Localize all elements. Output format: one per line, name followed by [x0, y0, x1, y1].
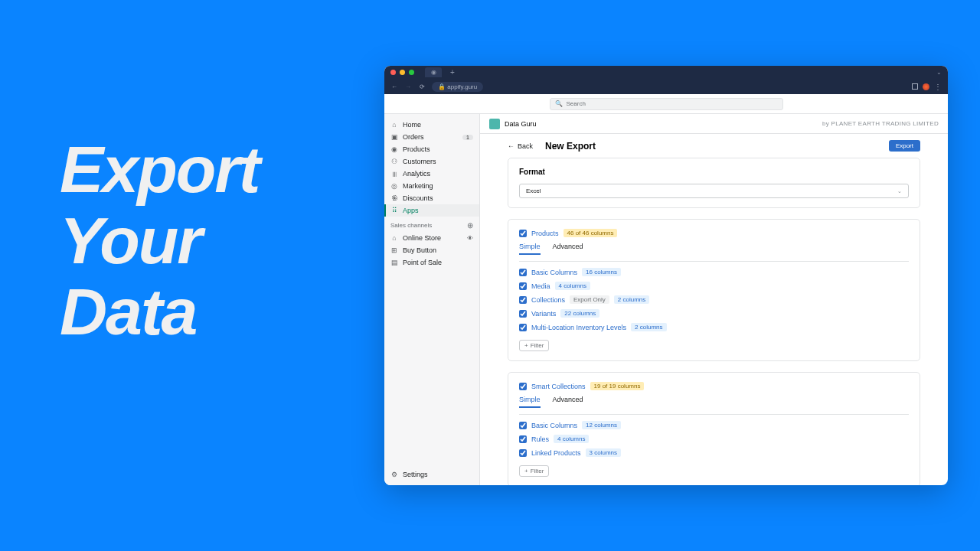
profile-avatar[interactable] — [923, 83, 929, 90]
admin-sidebar: ⌂Home▣Orders1◉Products⚇Customers⫼Analyti… — [384, 114, 480, 485]
window-zoom-icon[interactable] — [409, 70, 414, 75]
sidebar-item-label: Home — [403, 121, 421, 129]
new-tab-button[interactable]: + — [450, 68, 455, 77]
extensions-icon[interactable] — [912, 83, 918, 90]
url-field[interactable]: 🔒 appify.guru — [432, 82, 483, 92]
column-group-row: Variants 22 columns — [519, 309, 909, 318]
settings-link[interactable]: ⚙Settings — [384, 468, 479, 481]
sidebar-item-customers[interactable]: ⚇Customers — [384, 155, 479, 168]
browser-window: ◉ + ⌄ ← → ⟳ 🔒 appify.guru ⋮ 🔍 Search ⌂Ho… — [384, 66, 948, 485]
column-group-name[interactable]: Collections — [531, 296, 565, 304]
app-name: Data Guru — [505, 120, 537, 128]
column-checkbox[interactable] — [519, 422, 527, 429]
column-badge: 22 columns — [560, 309, 599, 318]
add-channel-button[interactable]: ⊕ — [467, 221, 473, 230]
tab-simple[interactable]: Simple — [519, 243, 541, 255]
sidebar-item-analytics[interactable]: ⫼Analytics — [384, 168, 479, 180]
column-count-badge: 19 of 19 columns — [590, 382, 645, 390]
divider — [519, 261, 909, 262]
gear-icon: ⚙ — [390, 471, 398, 478]
customers-icon: ⚇ — [390, 158, 398, 165]
column-badge: 2 columns — [614, 295, 649, 304]
sidebar-item-label: Customers — [403, 158, 436, 165]
column-group-row: Collections Export Only 2 columns — [519, 295, 909, 304]
sidebar-item-discounts[interactable]: ֎Discounts — [384, 192, 479, 204]
sidebar-item-home[interactable]: ⌂Home — [384, 119, 479, 131]
tab-overflow-icon[interactable]: ⌄ — [936, 69, 942, 76]
browser-url-bar: ← → ⟳ 🔒 appify.guru ⋮ — [384, 79, 948, 94]
sidebar-item-orders[interactable]: ▣Orders1 — [384, 131, 479, 143]
home-icon: ⌂ — [390, 121, 398, 129]
tab-advanced[interactable]: Advanced — [553, 396, 583, 408]
column-checkbox[interactable] — [519, 269, 527, 276]
column-checkbox[interactable] — [519, 324, 527, 331]
format-select[interactable]: Excel ⌄ — [519, 184, 909, 198]
column-group-row: Multi-Location Inventory Levels 2 column… — [519, 323, 909, 331]
column-group-name[interactable]: Basic Columns — [531, 269, 577, 276]
window-minimize-icon[interactable] — [400, 70, 405, 75]
window-close-icon[interactable] — [390, 70, 396, 75]
column-badge: 3 columns — [586, 448, 621, 457]
column-badge: Export Only — [570, 295, 609, 304]
chevron-down-icon: ⌄ — [897, 188, 902, 194]
search-input[interactable]: 🔍 Search — [550, 98, 783, 110]
add-filter-button[interactable]: + Filter — [519, 340, 549, 351]
column-checkbox[interactable] — [519, 449, 527, 457]
column-group-name[interactable]: Variants — [531, 310, 556, 318]
format-value: Excel — [526, 187, 541, 194]
browser-menu-icon[interactable]: ⋮ — [934, 83, 942, 91]
channel-online-store[interactable]: ⌂Online Store👁 — [384, 232, 479, 244]
sidebar-item-label: Discounts — [403, 194, 433, 202]
section-title[interactable]: Smart Collections — [531, 383, 586, 390]
nav-back-icon[interactable]: ← — [390, 83, 398, 90]
sidebar-item-label: Apps — [403, 207, 419, 214]
column-group-name[interactable]: Rules — [531, 435, 549, 443]
add-filter-button[interactable]: + Filter — [519, 465, 549, 477]
channel-buy-button[interactable]: ⊞Buy Button — [384, 244, 479, 256]
channel-point-of-sale[interactable]: ▤Point of Sale — [384, 256, 479, 269]
column-badge: 12 columns — [582, 421, 621, 429]
export-button[interactable]: Export — [889, 140, 920, 152]
nav-forward-icon[interactable]: → — [404, 83, 412, 90]
back-button[interactable]: ← Back — [508, 142, 533, 150]
column-checkbox[interactable] — [519, 296, 527, 304]
sidebar-item-marketing[interactable]: ◎Marketing — [384, 180, 479, 192]
plus-icon: + — [524, 342, 528, 349]
section-header-row: Smart Collections 19 of 19 columns — [519, 382, 909, 390]
channel-label: Point of Sale — [403, 259, 442, 266]
sidebar-item-label: Orders — [403, 133, 424, 141]
view-icon[interactable]: 👁 — [467, 235, 473, 242]
divider — [519, 414, 909, 415]
column-group-name[interactable]: Linked Products — [531, 449, 581, 457]
column-group-name[interactable]: Multi-Location Inventory Levels — [531, 324, 626, 331]
channel-icon: ⊞ — [390, 246, 398, 254]
tab-advanced[interactable]: Advanced — [553, 243, 583, 255]
content-scroll[interactable]: Format Excel ⌄ Products 46 of 46 columns… — [480, 158, 948, 485]
section-checkbox[interactable] — [519, 230, 527, 237]
section-checkbox[interactable] — [519, 383, 527, 390]
discounts-icon: ֎ — [390, 194, 398, 202]
sidebar-item-products[interactable]: ◉Products — [384, 143, 479, 155]
orders-icon: ▣ — [390, 133, 398, 141]
section-tabs: SimpleAdvanced — [519, 243, 909, 255]
app-icon — [489, 119, 500, 129]
admin-top-bar: 🔍 Search — [384, 94, 948, 114]
back-label: Back — [518, 142, 533, 150]
column-checkbox[interactable] — [519, 435, 527, 443]
browser-tab[interactable]: ◉ — [425, 67, 442, 77]
sidebar-item-apps[interactable]: ⠿Apps — [384, 204, 479, 217]
column-checkbox[interactable] — [519, 282, 527, 290]
export-section-card: Products 46 of 46 columns SimpleAdvanced… — [508, 219, 920, 361]
sidebar-badge: 1 — [462, 135, 473, 140]
channel-label: Buy Button — [403, 246, 436, 254]
nav-reload-icon[interactable]: ⟳ — [418, 83, 426, 90]
column-group-name[interactable]: Media — [531, 282, 550, 290]
column-group-name[interactable]: Basic Columns — [531, 422, 577, 429]
tab-simple[interactable]: Simple — [519, 396, 541, 408]
settings-label: Settings — [403, 471, 428, 478]
section-title[interactable]: Products — [531, 230, 559, 237]
channel-label: Online Store — [403, 234, 441, 242]
products-icon: ◉ — [390, 145, 398, 153]
column-checkbox[interactable] — [519, 310, 527, 318]
export-section-card: Smart Collections 19 of 19 columns Simpl… — [508, 372, 920, 485]
